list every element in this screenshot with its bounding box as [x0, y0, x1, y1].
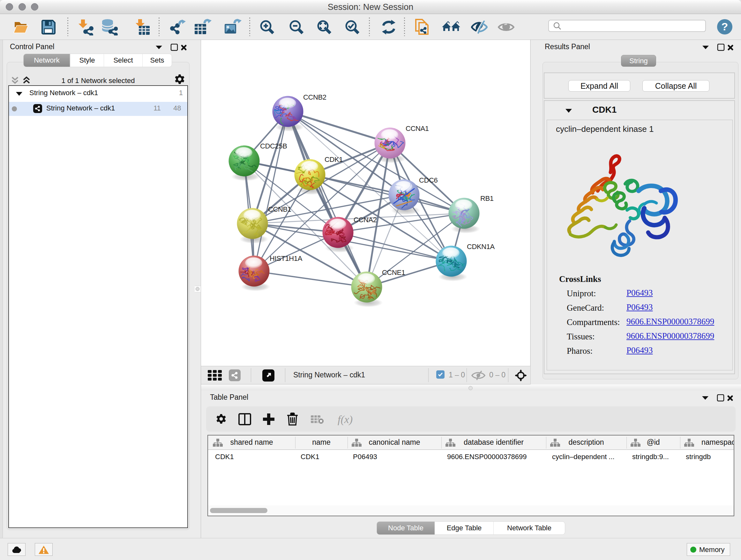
svg-text:CDKN1A: CDKN1A	[467, 243, 495, 251]
svg-text:CDC6: CDC6	[419, 176, 437, 184]
svg-text:CCNA2: CCNA2	[354, 216, 377, 224]
svg-text:HIST1H1A: HIST1H1A	[270, 254, 302, 262]
svg-text:CDC25B: CDC25B	[260, 142, 287, 150]
svg-text:?: ?	[722, 20, 728, 33]
svg-text:CCNB1: CCNB1	[268, 205, 291, 213]
svg-text:CCNA1: CCNA1	[406, 125, 429, 132]
svg-text:CCNB2: CCNB2	[303, 93, 327, 101]
svg-text:CCNE1: CCNE1	[382, 268, 405, 276]
svg-text:CDK1: CDK1	[325, 155, 343, 164]
svg-text:RB1: RB1	[480, 194, 494, 202]
